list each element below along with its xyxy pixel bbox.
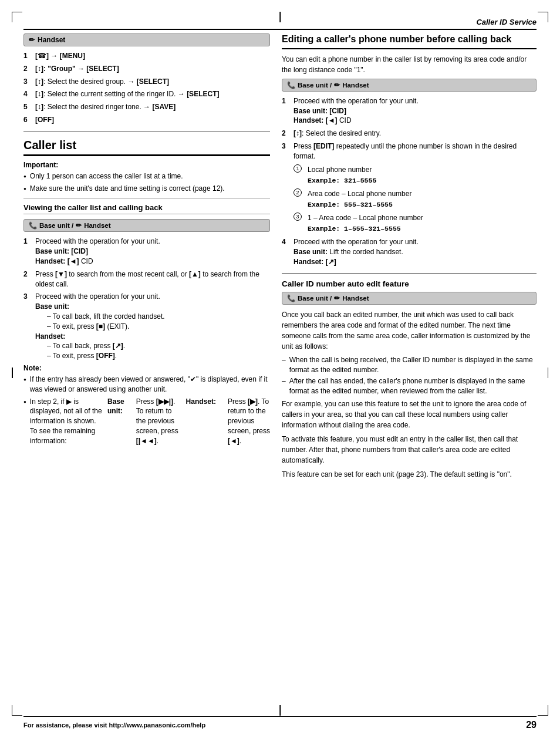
top-step-5: 5 [↕]: Select the desired ringer tone. →… bbox=[23, 102, 270, 112]
auto-edit-body4: This feature can be set for each unit (p… bbox=[282, 469, 537, 480]
editing-body: You can edit a phone number in the calle… bbox=[282, 54, 537, 75]
auto-edit-heading: Caller ID number auto edit feature bbox=[282, 279, 537, 288]
editing-base-unit-label: Base unit / bbox=[298, 82, 332, 89]
top-step-6: 6 [OFF] bbox=[23, 115, 270, 125]
editing-pencil-icon: ✏ bbox=[334, 81, 340, 89]
format-item-1: 1 Local phone number Example: 321–5555 bbox=[294, 164, 537, 186]
format-item-2: 2 Area code – Local phone number Example… bbox=[294, 188, 537, 210]
editing-step4-list: 4 Proceed with the operation for your un… bbox=[282, 237, 537, 267]
viewing-steps-list: 1 Proceed with the operation for your un… bbox=[23, 237, 270, 361]
auto-edit-base-phone-icon: 📞 bbox=[287, 294, 295, 302]
editing-base-phone-icon: 📞 bbox=[287, 81, 295, 89]
circle-3: 3 bbox=[294, 213, 302, 221]
top-steps-list: 1 [☎] → [MENU] 2 [↕]: "Group" → [SELECT]… bbox=[23, 51, 270, 125]
note-label: Note: bbox=[23, 364, 270, 372]
auto-edit-dash-2: After the call has ended, the caller's p… bbox=[282, 376, 537, 396]
handset-label: Handset bbox=[38, 36, 65, 44]
footer-page-number: 29 bbox=[526, 720, 537, 730]
important-bullet-1: Only 1 person can access the caller list… bbox=[23, 171, 270, 181]
corner-mark-br bbox=[538, 705, 548, 716]
two-col-layout: ✏ Handset 1 [☎] → [MENU] 2 [↕]: "Group" … bbox=[23, 33, 537, 483]
auto-edit-body3: To activate this feature, you must edit … bbox=[282, 434, 537, 466]
top-center-mark bbox=[279, 12, 281, 22]
auto-edit-base-handset-header: 📞 Base unit / ✏ Handset bbox=[282, 292, 537, 305]
editing-base-handset-header: 📞 Base unit / ✏ Handset bbox=[282, 79, 537, 92]
viewing-pencil-icon: ✏ bbox=[76, 221, 82, 230]
footer-text: For assistance, please visit http://www.… bbox=[23, 722, 205, 729]
note-bullets: If the entry has already been viewed or … bbox=[23, 375, 270, 446]
left-column: ✏ Handset 1 [☎] → [MENU] 2 [↕]: "Group" … bbox=[23, 33, 270, 451]
top-step-3: 3 [↕]: Select the desired group. → [SELE… bbox=[23, 77, 270, 87]
auto-edit-base-unit-label: Base unit / bbox=[298, 295, 332, 302]
auto-edit-handset-label: Handset bbox=[342, 295, 369, 302]
viewing-step-2: 2 Press [▼] to search from the most rece… bbox=[23, 269, 270, 289]
handset-pencil-icon: ✏ bbox=[29, 36, 35, 44]
editing-step-4: 4 Proceed with the operation for your un… bbox=[282, 237, 537, 267]
center-right-mark bbox=[548, 368, 549, 378]
auto-edit-dash-1: When the call is being received, the Cal… bbox=[282, 355, 537, 375]
format-examples: 1 Local phone number Example: 321–5555 2… bbox=[294, 164, 537, 234]
circle-2: 2 bbox=[294, 188, 302, 197]
center-left-mark bbox=[12, 368, 13, 378]
editing-step-3: 3 Press [EDIT] repeatedly until the phon… bbox=[282, 141, 537, 161]
editing-handset-label: Handset bbox=[342, 82, 369, 89]
viewing-step-1: 1 Proceed with the operation for your un… bbox=[23, 237, 270, 266]
auto-edit-pencil-icon: ✏ bbox=[334, 294, 340, 302]
phone-icon: ☎ bbox=[38, 52, 46, 60]
editing-steps-list: 1 Proceed with the operation for your un… bbox=[282, 96, 537, 161]
format-item-3: 3 1 – Area code – Local phone number Exa… bbox=[294, 213, 537, 234]
viewing-step-3: 3 Proceed with the operation for your un… bbox=[23, 292, 270, 361]
corner-mark-tl bbox=[12, 12, 22, 22]
divider-viewing bbox=[23, 198, 270, 198]
top-step-2: 2 [↕]: "Group" → [SELECT] bbox=[23, 64, 270, 74]
top-step-4: 4 [↕]: Select the current setting of the… bbox=[23, 89, 270, 99]
right-column: Editing a caller's phone number before c… bbox=[282, 33, 537, 483]
auto-edit-body2: For example, you can use this feature to… bbox=[282, 399, 537, 430]
page-footer: For assistance, please visit http://www.… bbox=[23, 716, 537, 730]
viewing-base-handset-header: 📞 Base unit / ✏ Handset bbox=[23, 219, 270, 232]
viewing-subheading: Viewing the caller list and calling back bbox=[23, 203, 270, 214]
viewing-base-unit-label: Base unit / bbox=[39, 222, 73, 229]
editing-step-2: 2 [↕]: Select the desired entry. bbox=[282, 129, 537, 139]
viewing-handset-label: Handset bbox=[84, 222, 110, 229]
corner-mark-bl bbox=[12, 705, 22, 716]
page-header-title: Caller ID Service bbox=[476, 18, 537, 26]
section-divider-top bbox=[23, 131, 270, 132]
important-label: Important: bbox=[23, 161, 270, 169]
auto-edit-body1: Once you call back an edited number, the… bbox=[282, 309, 537, 352]
important-bullet-2: Make sure the unit's date and time setti… bbox=[23, 184, 270, 194]
auto-edit-divider bbox=[282, 273, 537, 274]
editing-heading: Editing a caller's phone number before c… bbox=[282, 33, 537, 49]
note-bullet-1: If the entry has already been viewed or … bbox=[23, 375, 270, 395]
top-step-1: 1 [☎] → [MENU] bbox=[23, 51, 270, 61]
base-phone-icon: 📞 bbox=[29, 221, 37, 230]
caller-list-heading: Caller list bbox=[23, 139, 270, 156]
auto-edit-dash-list: When the call is being received, the Cal… bbox=[282, 355, 537, 396]
note-bullet-2: In step 2, if ▶ is displayed, not all of… bbox=[23, 397, 270, 446]
bottom-center-mark bbox=[279, 705, 281, 716]
important-bullets: Only 1 person can access the caller list… bbox=[23, 171, 270, 194]
page: Caller ID Service ✏ Handset 1 [☎] → [MEN… bbox=[0, 0, 560, 745]
editing-step-1: 1 Proceed with the operation for your un… bbox=[282, 96, 537, 126]
corner-mark-tr bbox=[538, 12, 548, 22]
circle-1: 1 bbox=[294, 164, 302, 173]
handset-header-box: ✏ Handset bbox=[23, 33, 270, 46]
